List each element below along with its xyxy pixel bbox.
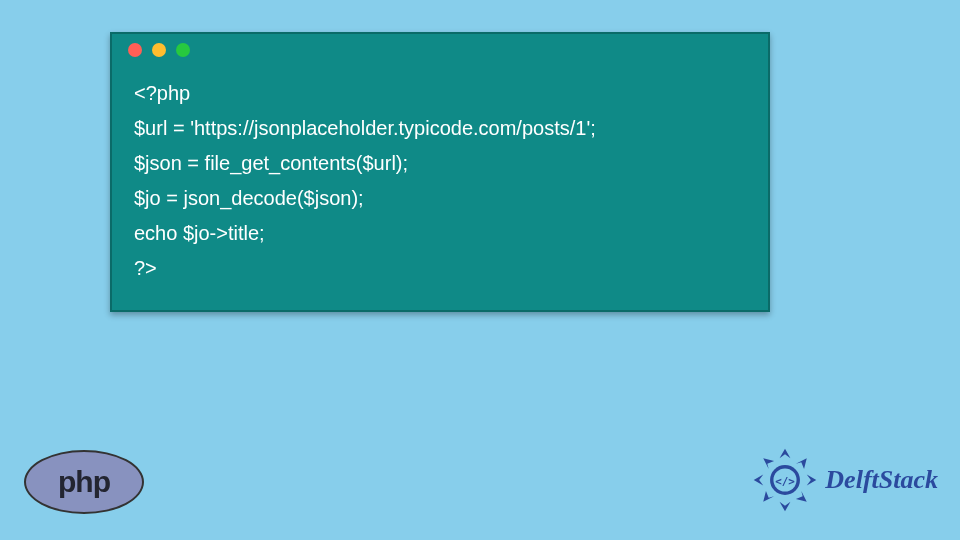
php-logo: php bbox=[24, 450, 144, 514]
code-window: <?php $url = 'https://jsonplaceholder.ty… bbox=[110, 32, 770, 312]
delftstack-text: DelftStack bbox=[825, 465, 938, 495]
window-titlebar bbox=[112, 34, 768, 66]
svg-marker-7 bbox=[764, 458, 775, 469]
close-icon bbox=[128, 43, 142, 57]
php-ellipse: php bbox=[24, 450, 144, 514]
svg-marker-2 bbox=[807, 475, 817, 486]
minimize-icon bbox=[152, 43, 166, 57]
code-line: $json = file_get_contents($url); bbox=[134, 146, 746, 181]
delftstack-icon: </> bbox=[751, 446, 819, 514]
code-line: $jo = json_decode($json); bbox=[134, 181, 746, 216]
svg-text:</>: </> bbox=[776, 475, 796, 488]
svg-marker-6 bbox=[754, 475, 764, 486]
code-body: <?php $url = 'https://jsonplaceholder.ty… bbox=[112, 66, 768, 310]
delftstack-logo: </> DelftStack bbox=[751, 446, 938, 514]
svg-marker-1 bbox=[796, 458, 807, 469]
svg-marker-5 bbox=[764, 491, 775, 502]
code-line: ?> bbox=[134, 251, 746, 286]
php-logo-text: php bbox=[58, 465, 110, 499]
code-line: $url = 'https://jsonplaceholder.typicode… bbox=[134, 111, 746, 146]
svg-marker-0 bbox=[780, 449, 791, 459]
code-line: <?php bbox=[134, 76, 746, 111]
svg-marker-3 bbox=[796, 491, 807, 502]
maximize-icon bbox=[176, 43, 190, 57]
code-line: echo $jo->title; bbox=[134, 216, 746, 251]
svg-marker-4 bbox=[780, 502, 791, 512]
